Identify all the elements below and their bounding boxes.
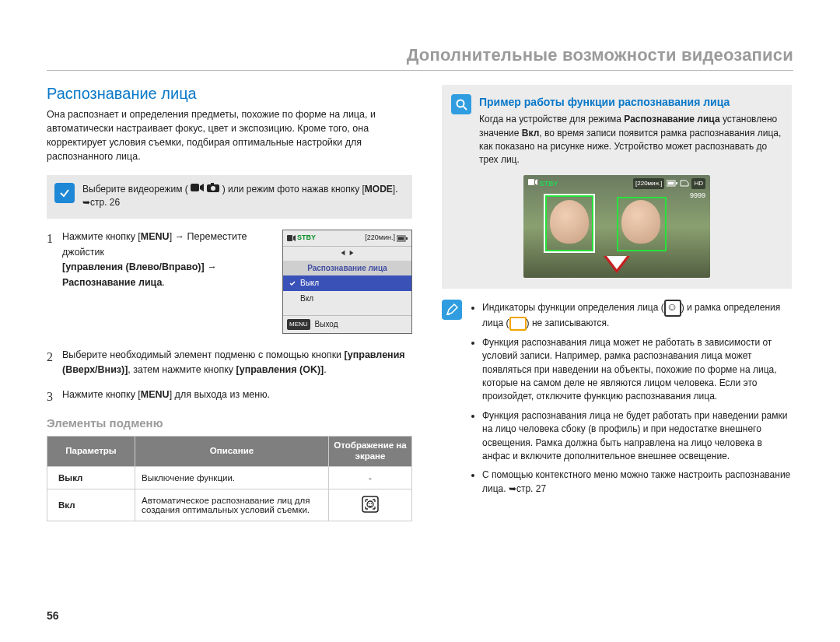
- notes-block: Индикаторы функции определения лица () и…: [442, 300, 792, 501]
- step-2: 2 Выберите необходимый элемент подменю с…: [47, 348, 412, 378]
- mode-callout: Выберите видеорежим ( ) или режим фото н…: [47, 175, 412, 219]
- step-1: 1 STBY [220мин.]: [47, 230, 412, 338]
- col-params: Параметры: [47, 436, 135, 466]
- svg-marker-6: [293, 235, 296, 241]
- note-item: Функция распознавания лица может не рабо…: [482, 336, 792, 404]
- page-number: 56: [47, 609, 59, 622]
- svg-marker-1: [200, 184, 204, 191]
- camera-icon: [207, 183, 219, 196]
- videocam-icon: [528, 178, 537, 186]
- svg-rect-0: [191, 184, 199, 191]
- svg-line-17: [464, 107, 467, 110]
- battery-icon: [667, 180, 677, 187]
- table-row: Выкл Выключение функции. -: [47, 466, 412, 489]
- svg-rect-9: [406, 237, 408, 240]
- arrow-down-icon: [604, 256, 630, 273]
- triangle-right-icon: [348, 250, 355, 256]
- battery-icon: [397, 235, 408, 242]
- svg-rect-5: [287, 235, 292, 241]
- section-heading: Распознавание лица: [47, 85, 412, 103]
- svg-point-16: [457, 100, 464, 107]
- preview-image: STBY [220мин.] HD 9999: [523, 175, 710, 278]
- face-detect-icon: [362, 505, 379, 514]
- steps-list: 1 STBY [220мин.]: [47, 230, 412, 402]
- example-text: Когда на устройстве для режима Распознав…: [479, 113, 782, 167]
- submenu-table: Параметры Описание Отображение на экране…: [47, 436, 412, 521]
- svg-rect-21: [668, 182, 674, 185]
- face-detect-icon: [664, 300, 681, 317]
- triangle-left-icon: [340, 250, 346, 256]
- check-icon: [54, 183, 75, 203]
- col-display: Отображение на экране: [329, 436, 412, 466]
- svg-rect-12: [362, 496, 378, 512]
- example-title: Пример работы функции распознавания лица: [479, 94, 782, 110]
- note-item: Функция распознавания лица не будет рабо…: [482, 409, 792, 464]
- page-title: Дополнительные возможности видеозаписи: [47, 45, 793, 71]
- pencil-icon: [442, 300, 462, 320]
- menu-option-on: Вкл: [283, 291, 411, 307]
- mode-callout-text: Выберите видеорежим ( ) или режим фото н…: [82, 183, 404, 210]
- videocam-icon: [191, 183, 205, 196]
- svg-marker-10: [341, 251, 345, 255]
- menu-thumbnail: STBY [220мин.] Распознавание: [282, 230, 412, 333]
- svg-rect-18: [528, 179, 534, 185]
- magnifier-icon: [451, 94, 471, 114]
- svg-marker-11: [349, 251, 353, 255]
- sd-card-icon: [680, 180, 689, 187]
- svg-rect-4: [211, 183, 214, 185]
- example-box: Пример работы функции распознавания лица…: [442, 85, 792, 289]
- step-3: 3 Нажмите кнопку [MENU] для выхода из ме…: [47, 388, 412, 402]
- submenu-heading: Элементы подменю: [47, 416, 412, 430]
- face-frame-icon: [509, 317, 527, 331]
- table-row: Вкл Автоматическое распознавание лиц для…: [47, 489, 412, 521]
- svg-point-14: [369, 503, 370, 504]
- svg-rect-8: [398, 237, 404, 240]
- intro-paragraph: Она распознает и определения предметы, п…: [47, 107, 412, 164]
- note-item: С помощью контекстного меню можно также …: [482, 468, 792, 496]
- menu-option-off: Выкл: [283, 275, 411, 291]
- svg-rect-22: [676, 182, 677, 184]
- videocam-icon: [287, 234, 296, 242]
- svg-point-3: [211, 186, 215, 191]
- note-item: Индикаторы функции определения лица () и…: [482, 300, 792, 331]
- svg-point-15: [371, 503, 373, 504]
- col-desc: Описание: [135, 436, 329, 466]
- svg-marker-19: [535, 179, 537, 185]
